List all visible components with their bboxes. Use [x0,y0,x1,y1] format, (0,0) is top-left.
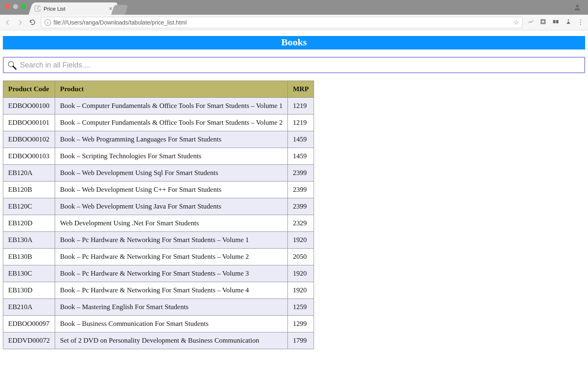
cell-mrp: 1259 [288,299,314,316]
table-row: EB130DBook – Pc Hardware & Networking Fo… [3,282,314,299]
reload-button[interactable] [29,19,36,26]
table-row: EB120CBook – Web Development Using Java … [3,198,314,215]
cell-code: EDBOO00101 [3,114,55,131]
search-icon [7,60,17,70]
cell-mrp: 1219 [288,98,314,114]
col-header-product[interactable]: Product [55,81,288,98]
cell-code: EDDVD00072 [3,332,55,349]
back-button[interactable] [4,19,11,26]
cell-mrp: 2329 [288,215,314,232]
cell-code: EDBOO00103 [3,148,55,165]
cell-mrp: 1219 [288,114,314,131]
table-row: EB130ABook – Pc Hardware & Networking Fo… [3,232,314,249]
cell-mrp: 1920 [288,265,314,282]
cell-product: Book – Pc Hardware & Networking For Smar… [55,232,288,249]
cell-code: EB120A [3,165,55,182]
page-content: Books Product Code Product MRP EDBOO0010… [0,36,588,368]
svg-rect-3 [553,20,555,23]
tab-title: Price List [44,6,65,12]
cell-code: EB120D [3,215,55,232]
table-row: EDBOO00101Book – Computer Fundamentals &… [3,114,314,131]
cell-product: Book – Pc Hardware & Networking For Smar… [55,282,288,299]
table-row: EDBOO00103Book – Scripting Technologies … [3,148,314,165]
address-bar[interactable]: i file:///Users/ranga/Downloads/tabulate… [41,17,523,28]
extension-icon[interactable] [552,18,559,27]
extension-icon[interactable] [528,18,534,27]
cell-product: Web Development Using .Net For Smart Stu… [55,215,288,232]
cell-code: EDBOO00102 [3,131,55,148]
browser-tab-active[interactable]: Price List × [29,2,118,15]
cell-product: Book – Computer Fundamentals & Office To… [55,114,288,131]
table-row: EDBOO00097Book – Business Communication … [3,316,314,332]
table-row: EB210ABook – Mastering English For Smart… [3,299,314,316]
cell-code: EDBOO00097 [3,316,55,332]
tab-close-icon[interactable]: × [109,5,112,12]
site-info-icon[interactable]: i [45,19,51,26]
table-row: EB130BBook – Pc Hardware & Networking Fo… [3,249,314,265]
cell-product: Book – Web Programming Languages For Sma… [55,131,288,148]
window-minimize-button[interactable] [13,4,18,9]
forward-button[interactable] [16,19,24,26]
cell-code: EB120C [3,198,55,215]
cell-code: EB130A [3,232,55,249]
cell-code: EB130B [3,249,55,265]
url-text: file:///Users/ranga/Downloads/tabulate/p… [53,19,187,26]
extension-icon[interactable] [540,18,546,27]
page-title: Books [3,36,585,49]
cell-code: EB210A [3,299,55,316]
browser-tabstrip: Price List × [0,0,588,15]
cell-product: Book – Pc Hardware & Networking For Smar… [55,265,288,282]
table-row: EDBOO00102Book – Web Programming Languag… [3,131,314,148]
window-close-button[interactable] [5,4,10,9]
cell-mrp: 2399 [288,182,314,198]
new-tab-button[interactable] [111,5,128,15]
col-header-mrp[interactable]: MRP [288,81,314,98]
cell-code: EB130C [3,265,55,282]
table-row: EB120BBook – Web Development Using C++ F… [3,182,314,198]
cell-code: EDBOO00100 [3,98,55,114]
profile-avatar-icon[interactable] [573,3,581,11]
chrome-menu-icon[interactable]: ⋮ [577,18,584,26]
cell-product: Set of 2 DVD on Personality Development … [55,332,288,349]
cell-product: Book – Web Development Using Java For Sm… [55,198,288,215]
table-row: EDDVD00072Set of 2 DVD on Personality De… [3,332,314,349]
cell-mrp: 1799 [288,332,314,349]
svg-point-0 [576,4,579,7]
browser-toolbar: i file:///Users/ranga/Downloads/tabulate… [0,15,588,30]
cell-mrp: 2399 [288,165,314,182]
cell-mrp: 2399 [288,198,314,215]
table-row: EB130CBook – Pc Hardware & Networking Fo… [3,265,314,282]
cell-mrp: 1459 [288,131,314,148]
cell-product: Book – Mastering English For Smart Stude… [55,299,288,316]
bookmark-star-icon[interactable]: ☆ [513,18,519,26]
extension-icon[interactable] [565,18,572,27]
file-icon [35,6,40,11]
table-row: EB120ABook – Web Development Using Sql F… [3,165,314,182]
table-header-row: Product Code Product MRP [3,81,314,98]
toolbar-extensions: ⋮ [528,18,584,27]
svg-rect-2 [542,20,545,23]
cell-mrp: 1920 [288,232,314,249]
cell-product: Book – Web Development Using C++ For Sma… [55,182,288,198]
cell-code: EB130D [3,282,55,299]
cell-mrp: 1920 [288,282,314,299]
svg-rect-4 [556,20,559,23]
search-input[interactable] [20,61,581,70]
search-box[interactable] [3,57,585,73]
window-zoom-button[interactable] [21,4,26,9]
cell-mrp: 1299 [288,316,314,332]
cell-code: EB120B [3,182,55,198]
cell-mrp: 2050 [288,249,314,265]
cell-mrp: 1459 [288,148,314,165]
col-header-code[interactable]: Product Code [3,81,55,98]
price-list-table: Product Code Product MRP EDBOO00100Book … [3,81,314,349]
cell-product: Book – Pc Hardware & Networking For Smar… [55,249,288,265]
window-controls [5,4,26,9]
cell-product: Book – Web Development Using Sql For Sma… [55,165,288,182]
svg-line-6 [13,66,16,69]
cell-product: Book – Scripting Technologies For Smart … [55,148,288,165]
cell-product: Book – Business Communication For Smart … [55,316,288,332]
table-row: EB120DWeb Development Using .Net For Sma… [3,215,314,232]
cell-product: Book – Computer Fundamentals & Office To… [55,98,288,114]
table-row: EDBOO00100Book – Computer Fundamentals &… [3,98,314,114]
